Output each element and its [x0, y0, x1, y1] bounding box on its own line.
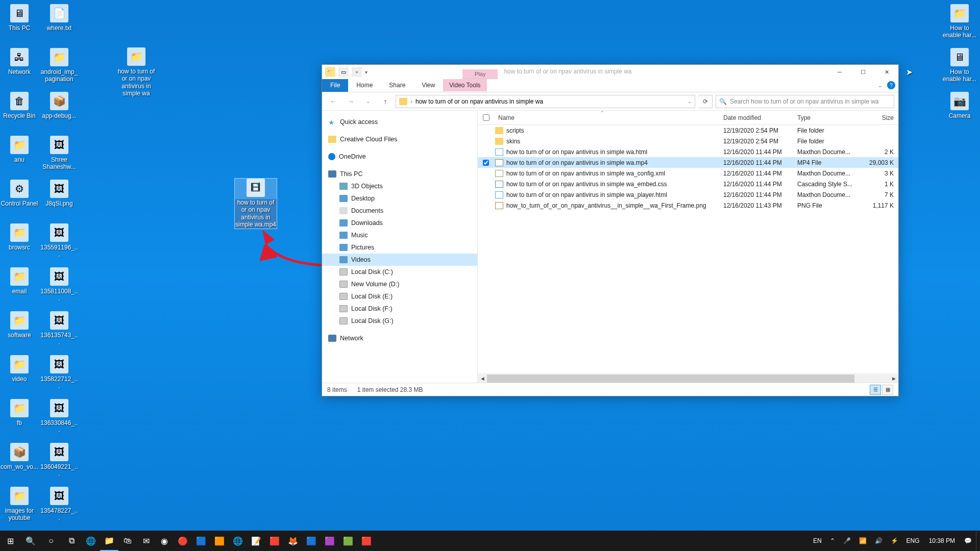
taskbar-store[interactable]: 🛍: [118, 531, 137, 551]
desktop-folder-npav[interactable]: 📁 how to turn of or on npav antivirus in…: [117, 47, 156, 97]
nav-3d-objects[interactable]: 3D Objects: [322, 180, 477, 192]
taskbar-chrome[interactable]: 🌐: [229, 531, 247, 551]
desktop-file-npav-mp4-selected[interactable]: 🎞✔ how to turn of or on npav antivirus i…: [234, 178, 277, 229]
desktop-icon[interactable]: 🖼135478227_...: [40, 487, 79, 522]
file-row[interactable]: skins 12/19/2020 2:54 PM File folder: [478, 136, 898, 146]
taskbar-file-explorer[interactable]: 📁: [100, 531, 118, 551]
tray-volume-icon[interactable]: 🔊: [871, 531, 887, 551]
taskbar-photoshop[interactable]: 🟦: [192, 531, 210, 551]
ribbon-tab-file[interactable]: File: [322, 79, 348, 92]
refresh-button[interactable]: ⟳: [698, 95, 713, 108]
taskbar-opera[interactable]: 🔴: [174, 531, 192, 551]
desktop-icon[interactable]: 📁anu: [0, 136, 39, 163]
nav-this-pc[interactable]: This PC: [322, 168, 477, 180]
nav-pictures[interactable]: Pictures: [322, 241, 477, 254]
taskbar-edge[interactable]: 🌐: [82, 531, 100, 551]
task-view-button[interactable]: ⧉: [61, 531, 82, 551]
scroll-track[interactable]: [487, 374, 889, 383]
file-row[interactable]: how_to_turn_of_or_on_npav_antivirus__in_…: [478, 200, 898, 211]
nav-network[interactable]: Network: [322, 332, 477, 344]
taskbar-app-3[interactable]: 🟥: [265, 531, 284, 551]
qat-properties-icon[interactable]: ▭: [338, 67, 349, 77]
file-row[interactable]: how to turn of or on npav antivirus in s…: [478, 189, 898, 200]
maximize-button[interactable]: ☐: [851, 65, 875, 79]
column-header-type[interactable]: Type: [797, 114, 858, 121]
desktop-icon[interactable]: 📁software: [0, 311, 39, 339]
column-header-name[interactable]: Name: [494, 114, 723, 121]
tray-wifi-icon[interactable]: 📶: [855, 531, 871, 551]
ribbon-tab-view[interactable]: View: [413, 79, 443, 92]
nav-videos[interactable]: Videos: [322, 254, 477, 266]
desktop-icon[interactable]: 🖼135591196_...: [40, 223, 79, 259]
desktop-icon[interactable]: 📁browsrc: [0, 223, 39, 251]
scroll-right-button[interactable]: ▶: [889, 374, 898, 383]
desktop-icon[interactable]: 📁images for youtube: [0, 487, 39, 522]
column-header-size[interactable]: Size: [858, 114, 894, 121]
desktop-icon[interactable]: 📁fb: [0, 399, 39, 427]
scroll-thumb[interactable]: [487, 374, 854, 383]
desktop-icon[interactable]: 🖥This PC: [0, 4, 39, 32]
desktop-icon[interactable]: 🗑Recycle Bin: [0, 92, 39, 119]
desktop-icon[interactable]: 🖥How to enable har...: [940, 48, 979, 83]
taskbar-app-4[interactable]: 🟦: [302, 531, 321, 551]
taskbar-app-1[interactable]: ◉: [155, 531, 174, 551]
search-input[interactable]: 🔍 Search how to turn of or on npav antiv…: [716, 95, 894, 108]
qat-new-folder-icon[interactable]: ▫: [352, 67, 362, 77]
desktop-icon[interactable]: 🖼136135743_...: [40, 311, 79, 346]
taskbar-mail[interactable]: ✉: [137, 531, 155, 551]
nav-disk-c[interactable]: Local Disk (C:): [322, 266, 477, 278]
address-input[interactable]: › how to turn of or on npav antivirus in…: [396, 95, 695, 108]
nav-onedrive[interactable]: OneDrive: [322, 151, 477, 163]
nav-disk-d[interactable]: New Volume (D:): [322, 278, 477, 290]
nav-back-button[interactable]: ←: [326, 94, 340, 109]
desktop-icon[interactable]: 🖧Network: [0, 48, 39, 76]
taskbar-app-2[interactable]: 🟧: [210, 531, 229, 551]
view-details-button[interactable]: ☰: [870, 385, 881, 395]
show-desktop-button[interactable]: [976, 531, 980, 551]
ribbon-expand-icon[interactable]: ⌄: [878, 83, 882, 88]
nav-documents[interactable]: Documents: [322, 205, 477, 217]
nav-disk-e[interactable]: Local Disk (E:): [322, 290, 477, 303]
file-row[interactable]: how to turn of or on npav antivirus in s…: [478, 179, 898, 189]
nav-downloads[interactable]: Downloads: [322, 217, 477, 229]
select-all-checkbox[interactable]: [483, 114, 489, 121]
nav-quick-access[interactable]: ★Quick access: [322, 116, 477, 128]
tray-microphone-icon[interactable]: 🎤: [839, 531, 855, 551]
desktop-icon[interactable]: 🖼J8qSi.png: [40, 180, 79, 207]
desktop-icon[interactable]: ⚙Control Panel: [0, 180, 39, 207]
ribbon-tab-home[interactable]: Home: [348, 79, 381, 92]
nav-disk-g[interactable]: Local Disk (G:): [322, 315, 477, 327]
close-button[interactable]: ✕: [875, 65, 898, 79]
search-button[interactable]: 🔍: [20, 531, 41, 551]
desktop-icon[interactable]: 📁video: [0, 355, 39, 383]
taskbar-camtasia[interactable]: 🟩: [339, 531, 357, 551]
navigation-pane[interactable]: ★Quick access Creative Cloud Files OneDr…: [322, 111, 478, 383]
nav-music[interactable]: Music: [322, 229, 477, 241]
tray-app-icon[interactable]: ⚡: [887, 531, 902, 551]
qat-dropdown-icon[interactable]: ▾: [365, 69, 368, 75]
ribbon-tab-video-tools[interactable]: Video Tools: [443, 79, 487, 91]
ribbon-tab-share[interactable]: Share: [381, 79, 413, 92]
nav-forward-button[interactable]: →: [344, 94, 358, 109]
file-row[interactable]: how to turn of or on npav antivirus in s…: [478, 157, 898, 168]
file-row[interactable]: how to turn of or on npav antivirus in s…: [478, 146, 898, 157]
desktop-icon[interactable]: 📄where.txt: [40, 4, 79, 32]
column-headers[interactable]: Name ⌃ Date modified Type Size: [478, 111, 898, 125]
nav-desktop[interactable]: Desktop: [322, 192, 477, 205]
column-header-date[interactable]: Date modified: [723, 114, 797, 121]
taskbar-premiere[interactable]: 🟪: [321, 531, 339, 551]
taskbar-notepad[interactable]: 📝: [247, 531, 265, 551]
nav-disk-f[interactable]: Local Disk (F:): [322, 303, 477, 315]
desktop-icon[interactable]: 📷Camera: [940, 92, 979, 119]
desktop-icon[interactable]: 🖼135822712_...: [40, 355, 79, 390]
desktop-icon[interactable]: 📦com_wo_vo...: [0, 443, 39, 470]
row-checkbox[interactable]: [483, 160, 489, 166]
view-large-icons-button[interactable]: ▦: [882, 385, 893, 395]
cortana-button[interactable]: ○: [41, 531, 61, 551]
tray-input-indicator[interactable]: EN: [809, 531, 826, 551]
file-row[interactable]: scripts 12/19/2020 2:54 PM File folder: [478, 125, 898, 136]
desktop-icon[interactable]: 🖼136049221_...: [40, 443, 79, 478]
horizontal-scrollbar[interactable]: ◀ ▶: [478, 373, 898, 383]
file-row[interactable]: how to turn of or on npav antivirus in s…: [478, 168, 898, 179]
start-button[interactable]: ⊞: [0, 531, 20, 551]
